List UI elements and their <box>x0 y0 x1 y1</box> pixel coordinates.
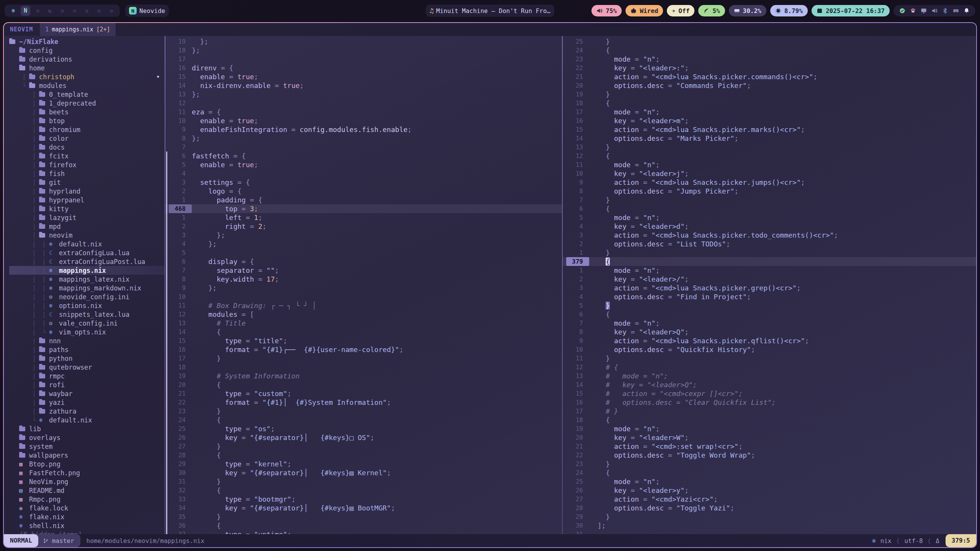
code-line[interactable]: 12 { <box>563 152 976 160</box>
tree-item-docs[interactable]: │docs <box>9 143 165 152</box>
speaker-icon[interactable] <box>931 8 938 14</box>
code-line[interactable]: 18 { <box>563 416 976 424</box>
volume-module[interactable]: 75% <box>591 5 622 16</box>
code-line[interactable]: 6 { <box>563 310 976 319</box>
code-line[interactable]: 9 action = "<cmd>lua Snacks.picker.jumps… <box>563 178 976 187</box>
code-line[interactable]: 2 right = 2; <box>165 222 562 231</box>
tree-item-readme-md[interactable]: ▤README.md <box>9 486 165 495</box>
tree-item-fastfetch-png[interactable]: ▦FastFetch.png <box>9 468 165 477</box>
code-line[interactable]: 17 <box>165 55 562 64</box>
code-line[interactable]: 17 # } <box>563 407 976 416</box>
code-line[interactable]: 28 { <box>165 451 562 460</box>
code-line[interactable]: 24 { <box>563 468 976 477</box>
display-icon[interactable] <box>921 8 927 14</box>
code-line[interactable]: 16direnv = { <box>165 64 562 72</box>
code-line[interactable]: 26 key = "<leader>y"; <box>563 486 976 495</box>
tree-item-options-nix[interactable]: ││❄options.nix <box>9 301 165 310</box>
code-line[interactable]: 7 <box>165 143 562 152</box>
code-line[interactable]: 27 } <box>165 442 562 451</box>
code-line[interactable]: 12 # { <box>563 363 976 372</box>
tree-item-0-template[interactable]: │0_template <box>9 90 165 99</box>
code-line[interactable]: 19 mode = "n"; <box>563 424 976 433</box>
code-line[interactable]: 13 } <box>563 143 976 152</box>
code-line[interactable]: 19 } <box>563 90 976 99</box>
code-line[interactable]: 25 mode = "n"; <box>563 477 976 486</box>
code-line[interactable]: 4 key = "<leader>d"; <box>563 222 976 231</box>
workspace-2-neovide[interactable]: N <box>21 6 30 16</box>
tree-item-fcitx[interactable]: │fcitx <box>9 152 165 160</box>
code-line[interactable]: 10 options.desc = "Quickfix History"; <box>563 345 976 354</box>
tree-item-chromium[interactable]: │chromium <box>9 125 165 134</box>
code-line[interactable]: 18}; <box>165 46 562 55</box>
code-line[interactable]: 10 enable = true; <box>165 116 562 125</box>
code-line[interactable]: 10 <box>165 292 562 301</box>
tree-item-hyprpanel[interactable]: │hyprpanel <box>9 196 165 204</box>
code-line[interactable]: 3 }; <box>165 231 562 240</box>
workspace-7[interactable]: ▫ <box>82 6 91 16</box>
code-line[interactable]: 8}; <box>165 134 562 143</box>
cpu-module[interactable]: 8.79% <box>770 5 808 16</box>
code-line[interactable]: 11eza = { <box>165 108 562 116</box>
tree-item-firefox[interactable]: │firefox <box>9 160 165 169</box>
code-line[interactable]: 19 # System Information <box>165 372 562 380</box>
tree-item-color[interactable]: │color <box>9 134 165 143</box>
tree-item-config[interactable]: config <box>9 46 165 55</box>
tree-item-kitty[interactable]: │kitty <box>9 204 165 213</box>
code-line[interactable]: 26 key = "{#separator}│ {#keys}□ OS"; <box>165 433 562 442</box>
code-line[interactable]: 22 options.desc = "Toggle Word Wrap"; <box>563 451 976 460</box>
code-line[interactable]: 15 enable = true; <box>165 72 562 81</box>
code-line[interactable]: 14 options.desc = "Marks Picker"; <box>563 134 976 143</box>
code-line[interactable]: 2 key = "<leader>/"; <box>563 275 976 284</box>
code-line[interactable]: 12 <box>165 99 562 108</box>
tree-item-qutebrowser[interactable]: │qutebrowser <box>9 363 165 372</box>
tree-item-vim-opts-nix[interactable]: │└❄vim_opts.nix <box>9 328 165 336</box>
workspace-3[interactable]: ▫ <box>33 6 42 16</box>
code-line[interactable]: 5 <box>165 248 562 257</box>
code-line[interactable]: 35 } <box>165 512 562 521</box>
tree-item-paths[interactable]: │paths <box>9 345 165 354</box>
code-line[interactable]: 31 } <box>165 477 562 486</box>
code-line[interactable]: 3 action = "<cmd>lua Snacks.picker.todo_… <box>563 231 976 240</box>
tree-item-nixflake[interactable]: ~/NixFlake <box>9 37 165 46</box>
workspace-8[interactable]: ▫ <box>94 6 104 16</box>
code-line[interactable]: 36 { <box>165 521 562 530</box>
code-line[interactable]: 16 key = "<leader>m"; <box>563 116 976 125</box>
tree-item-1-deprecated[interactable]: │1_deprecated <box>9 99 165 108</box>
tree-item-default-nix[interactable]: ││❄default.nix <box>9 240 165 248</box>
music-module[interactable]: ♫ Minuit Machine – Don't Run Fro… <box>426 5 554 17</box>
code-line[interactable]: 5 enable = true; <box>165 160 562 169</box>
active-window-module[interactable]: N Neovide <box>125 5 169 17</box>
code-line[interactable]: 1 left = 1; <box>165 213 562 222</box>
tree-item-python[interactable]: │python <box>9 354 165 363</box>
tree-item-home[interactable]: home <box>9 64 165 72</box>
airplane-module[interactable]: ✈Off <box>667 5 694 16</box>
code-line[interactable]: 11 # Box Drawing: ┌ ─ ┐ └ ┘ │ <box>165 301 562 310</box>
code-line[interactable]: 6 { <box>563 204 976 213</box>
code-line[interactable]: 31 <box>563 530 976 534</box>
code-line[interactable]: 8 options.desc = "Jumps Picker"; <box>563 187 976 196</box>
tree-item-extraconfiglua-lua[interactable]: ││☾extraConfigLua.lua <box>9 248 165 257</box>
tree-item-flake-lock[interactable]: ◉flake.lock <box>9 504 165 512</box>
code-line[interactable]: 25 } <box>563 37 976 46</box>
code-line[interactable]: 2 logo = { <box>165 187 562 196</box>
editor-pane-left[interactable]: 19 };18};17 16direnv = {15 enable = true… <box>165 36 562 534</box>
tree-item-modules[interactable]: └modules <box>9 81 165 90</box>
code-line[interactable]: 20 { <box>165 380 562 389</box>
tree-item-system[interactable]: system <box>9 442 165 451</box>
code-line[interactable]: 18 { <box>563 99 976 108</box>
code-line[interactable]: 5 } <box>563 301 976 310</box>
code-line[interactable]: 14 { <box>165 328 562 336</box>
code-line[interactable]: 29 type = "kernel"; <box>165 460 562 468</box>
code-line[interactable]: 7 } <box>563 196 976 204</box>
code-line[interactable]: 16 # options.desc = "Clear Quickfix List… <box>563 398 976 407</box>
code-line[interactable]: 23 } <box>563 460 976 468</box>
code-line[interactable]: 7 mode = "n"; <box>563 319 976 328</box>
code-line[interactable]: 1 padding = { <box>165 196 562 204</box>
code-line[interactable]: 33 type = "bootmgr"; <box>165 495 562 504</box>
workspace-5[interactable]: ▫ <box>57 6 67 16</box>
code-line[interactable]: 4 options.desc = "Find in Project"; <box>563 292 976 301</box>
code-line[interactable]: 17 } <box>165 354 562 363</box>
code-line[interactable]: 14 # key = "<leader>Q"; <box>563 380 976 389</box>
code-line[interactable]: 15 # action = "<cmd>cexpr []<cr>"; <box>563 389 976 398</box>
code-line[interactable]: 8 key.width = 17; <box>165 275 562 284</box>
